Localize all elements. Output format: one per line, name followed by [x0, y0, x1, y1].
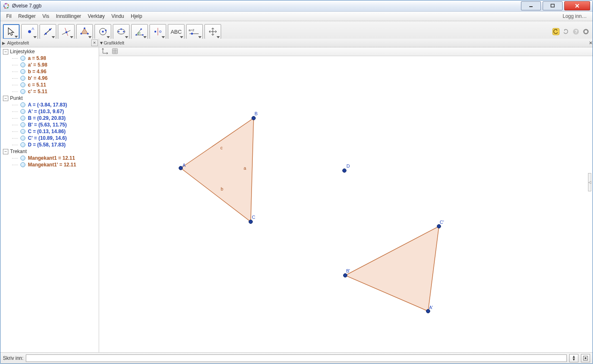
tree-item-text: c' = 5.11: [28, 88, 47, 95]
point-D[interactable]: [342, 168, 346, 173]
visibility-dot-icon[interactable]: [20, 102, 25, 107]
menu-bar: Fil Rediger Vis Innstillinger Verktøy Vi…: [0, 12, 593, 21]
tool-reflect[interactable]: [149, 24, 166, 39]
visibility-dot-icon[interactable]: [20, 56, 25, 61]
command-input[interactable]: [26, 354, 567, 362]
side-expand-grip[interactable]: ◁: [588, 173, 591, 191]
tree-item[interactable]: c = 5.11: [2, 82, 99, 88]
input-label: Skriv inn:: [3, 355, 23, 361]
tree-item[interactable]: Mangekant1' = 12.11: [2, 161, 99, 168]
graphics-panel-header[interactable]: ▼ Grafikkfelt ✕: [99, 39, 593, 47]
tool-ellipse[interactable]: [113, 24, 130, 39]
visibility-dot-icon[interactable]: [20, 136, 25, 141]
menu-innstillinger[interactable]: Innstillinger: [52, 12, 85, 21]
visibility-dot-icon[interactable]: [20, 156, 25, 161]
tree-item[interactable]: b' = 4.96: [2, 75, 99, 82]
menu-label: Fil: [6, 13, 12, 19]
visibility-dot-icon[interactable]: [20, 116, 25, 121]
point-label: C': [440, 220, 444, 225]
minimize-button[interactable]: [521, 1, 541, 10]
menu-vindu[interactable]: Vindu: [108, 12, 127, 21]
tree-group[interactable]: −Punkt: [2, 95, 99, 102]
visibility-dot-icon[interactable]: [20, 129, 25, 134]
visibility-dot-icon[interactable]: [20, 162, 25, 167]
visibility-dot-icon[interactable]: [20, 89, 25, 94]
visibility-dot-icon[interactable]: [20, 122, 25, 127]
visibility-dot-icon[interactable]: [20, 76, 25, 81]
svg-point-21: [80, 33, 82, 35]
undo-button[interactable]: [552, 27, 560, 36]
window-title: Øvelse 7.ggb: [12, 3, 42, 9]
tool-perpendicular[interactable]: [58, 24, 75, 39]
settings-button[interactable]: [582, 27, 590, 36]
tree-item[interactable]: C' = (10.89, 14.6): [2, 135, 99, 141]
menu-verktoy[interactable]: Verktøy: [85, 12, 108, 21]
edge-label: c: [220, 145, 223, 150]
point-label: C: [252, 215, 255, 220]
graphics-title: Grafikkfelt: [104, 40, 125, 45]
triangle-abcprime[interactable]: [344, 225, 441, 313]
algebra-close[interactable]: ✕: [91, 40, 98, 46]
tool-angle[interactable]: α: [131, 24, 148, 39]
input-help-button[interactable]: [581, 354, 590, 362]
tree-group[interactable]: −Trekant: [2, 148, 99, 155]
close-button[interactable]: [564, 1, 590, 10]
svg-point-14: [49, 29, 51, 31]
menu-fil[interactable]: Fil: [3, 12, 15, 21]
algebra-title: Algebrafelt: [7, 40, 29, 45]
axes-toggle[interactable]: [102, 48, 108, 56]
menu-hjelp[interactable]: Hjelp: [127, 12, 145, 21]
point-label: B: [254, 111, 257, 116]
tree-item[interactable]: C = (0.13, 14.86): [2, 128, 99, 135]
collapse-icon: ▼: [99, 40, 104, 45]
tree-item[interactable]: D = (5.58, 17.83): [2, 141, 99, 148]
tool-point[interactable]: A: [21, 24, 38, 39]
login-link[interactable]: Logg inn…: [559, 12, 590, 21]
point-Bprime[interactable]: [343, 273, 347, 277]
visibility-dot-icon[interactable]: [20, 82, 25, 87]
input-history-button[interactable]: ▲▼: [569, 354, 578, 362]
tree-item[interactable]: c' = 5.11: [2, 88, 99, 95]
point-B[interactable]: [252, 116, 256, 120]
tree-item-text: Mangekant1' = 12.11: [28, 161, 76, 168]
maximize-button[interactable]: [543, 1, 563, 10]
point-C[interactable]: [249, 220, 253, 224]
help-button[interactable]: ?: [572, 27, 580, 36]
tree-item[interactable]: B' = (5.63, 11.75): [2, 121, 99, 128]
tree-item[interactable]: a' = 5.98: [2, 62, 99, 68]
tool-line[interactable]: [40, 24, 56, 39]
tree-item[interactable]: A = (-3.84, 17.83): [2, 102, 99, 108]
title-bar: Øvelse 7.ggb: [0, 0, 593, 12]
algebra-panel-header[interactable]: ▶ Algebrafelt ✕: [0, 39, 99, 47]
tool-pan[interactable]: [204, 24, 221, 39]
menu-rediger[interactable]: Rediger: [15, 12, 39, 21]
point-Cprime[interactable]: [437, 224, 441, 228]
svg-point-32: [140, 28, 142, 30]
tool-move[interactable]: [3, 24, 20, 39]
visibility-dot-icon[interactable]: [20, 109, 25, 114]
tree-item[interactable]: a = 5.98: [2, 55, 99, 62]
grid-icon: [112, 48, 118, 54]
tree-item[interactable]: b = 4.96: [2, 68, 99, 75]
svg-text:?: ?: [575, 29, 578, 34]
tree-item[interactable]: Mangekant1 = 12.11: [2, 155, 99, 161]
graphics-close[interactable]: ✕: [589, 40, 593, 46]
tool-text[interactable]: ABC: [168, 24, 184, 39]
tool-slider[interactable]: a=2: [186, 24, 203, 39]
tool-polygon[interactable]: [76, 24, 93, 39]
tree-item-text: B' = (5.63, 11.75): [28, 121, 67, 128]
visibility-dot-icon[interactable]: [20, 62, 25, 67]
grid-toggle[interactable]: [112, 48, 118, 56]
tree-item[interactable]: A' = (10.3, 9.67): [2, 108, 99, 115]
tree-connector: [12, 76, 20, 81]
tree-item[interactable]: B = (0.29, 20.83): [2, 115, 99, 121]
visibility-dot-icon[interactable]: [20, 69, 25, 74]
visibility-dot-icon[interactable]: [20, 142, 25, 147]
graphics-view[interactable]: abcABCA'B'C'D: [99, 56, 593, 353]
redo-button[interactable]: [562, 27, 570, 36]
menu-vis[interactable]: Vis: [39, 12, 52, 21]
svg-point-20: [87, 33, 89, 35]
tree-group[interactable]: −Linjestykke: [2, 48, 99, 55]
tree-connector: [12, 56, 20, 61]
tool-circle[interactable]: [95, 24, 111, 39]
